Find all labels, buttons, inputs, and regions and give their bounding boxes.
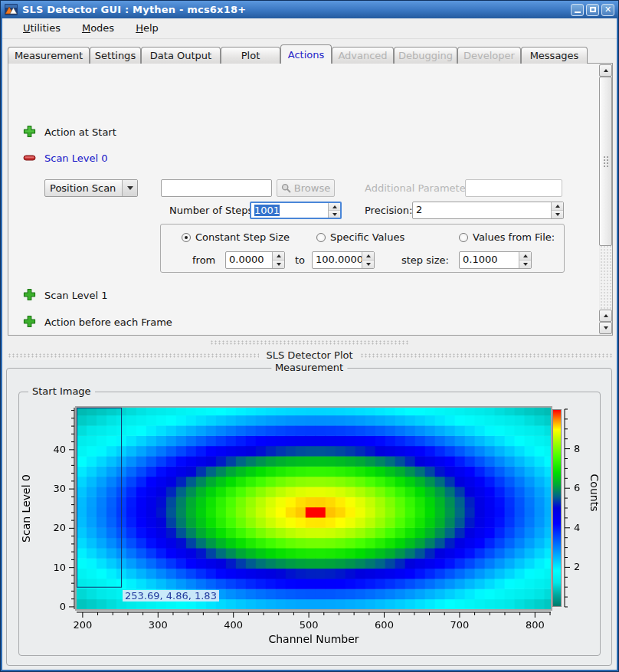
- svg-text:10: 10: [53, 562, 66, 573]
- number-of-steps-value: 1001: [254, 205, 280, 216]
- step-size-spinbox[interactable]: 0.1000: [459, 251, 532, 269]
- expand-plus-icon[interactable]: [23, 315, 36, 328]
- scroll-up-button[interactable]: [599, 64, 612, 77]
- scroll-down-button[interactable]: [599, 322, 612, 334]
- number-of-steps-spinbox[interactable]: 1001: [250, 202, 342, 219]
- svg-text:20: 20: [53, 522, 66, 533]
- from-spinbox[interactable]: 0.0000: [225, 251, 285, 269]
- spin-arrows[interactable]: [551, 202, 563, 218]
- actions-panel: Action at Start Scan Level 0 Position Sc…: [8, 63, 613, 336]
- tab-data-output[interactable]: Data Output: [141, 47, 221, 64]
- combo-dropdown-arrow[interactable]: [122, 180, 137, 196]
- svg-text:40: 40: [53, 444, 66, 455]
- splitter-handle[interactable]: [210, 340, 409, 345]
- cursor-position-readout: 253.69, 4.86, 1.83: [123, 590, 219, 602]
- spin-arrows[interactable]: [272, 252, 284, 268]
- scan-mode-combobox[interactable]: Position Scan: [44, 179, 138, 197]
- svg-text:8: 8: [574, 443, 580, 454]
- number-of-steps-label: Number of Steps:: [169, 205, 257, 216]
- from-label: from: [192, 254, 215, 266]
- action-before-each-frame-label[interactable]: Action before each Frame: [44, 316, 172, 328]
- to-value: 100.0000: [313, 252, 362, 268]
- scan-level-1-label[interactable]: Scan Level 1: [44, 290, 107, 301]
- plot-dock-title: SLS Detector Plot: [266, 349, 352, 361]
- values-from-file-radio[interactable]: [459, 233, 468, 242]
- tab-actions[interactable]: Actions: [280, 44, 332, 64]
- application-window: SLS Detector GUI : Mythen - mcs6x18+ ✕ U…: [0, 0, 619, 672]
- menu-modes[interactable]: Modes: [74, 20, 122, 37]
- scan-script-input[interactable]: [161, 179, 272, 197]
- precision-spinbox[interactable]: 2: [412, 202, 564, 219]
- window-title: SLS Detector GUI : Mythen - mcs6x18+: [22, 4, 568, 15]
- spin-down-icon[interactable]: [273, 261, 284, 268]
- spin-down-icon[interactable]: [362, 261, 374, 268]
- svg-text:6: 6: [574, 482, 580, 493]
- window-content: Utilities Modes Help Measurement Setting…: [2, 18, 617, 670]
- tab-developer: Developer: [457, 47, 521, 64]
- menu-help[interactable]: Help: [128, 20, 166, 37]
- tab-advanced: Advanced: [332, 47, 394, 64]
- vertical-scrollbar[interactable]: [599, 64, 612, 335]
- values-from-file-label[interactable]: Values from File:: [473, 231, 555, 243]
- plot-section: Measurement Start Image 2003004005006007…: [2, 360, 617, 670]
- action-at-start-label[interactable]: Action at Start: [44, 126, 116, 138]
- tab-measurement[interactable]: Measurement: [8, 47, 90, 64]
- specific-values-radio[interactable]: [316, 233, 326, 242]
- measurement-group-title: Measurement: [271, 362, 347, 373]
- tab-plot[interactable]: Plot: [221, 47, 280, 64]
- specific-values-label[interactable]: Specific Values: [330, 231, 404, 243]
- title-bar[interactable]: SLS Detector GUI : Mythen - mcs6x18+ ✕: [1, 1, 618, 18]
- additional-parameter-label: Additional Parameter:: [365, 182, 473, 194]
- step-size-label: step size:: [401, 254, 449, 266]
- spin-up-icon[interactable]: [273, 252, 284, 261]
- spin-up-icon[interactable]: [329, 203, 340, 211]
- svg-text:300: 300: [149, 619, 168, 631]
- spin-down-icon[interactable]: [552, 211, 563, 218]
- constant-step-size-radio[interactable]: [182, 233, 191, 242]
- svg-text:Channel Number: Channel Number: [268, 633, 359, 645]
- step-mode-groupbox: Constant Step Size Specific Values Value…: [160, 224, 565, 273]
- spin-arrows[interactable]: [519, 252, 531, 268]
- close-icon: ✕: [604, 5, 611, 14]
- svg-text:Scan Level 0: Scan Level 0: [20, 474, 32, 543]
- svg-text:700: 700: [450, 619, 470, 631]
- minimize-button[interactable]: [571, 4, 584, 16]
- to-spinbox[interactable]: 100.0000: [312, 251, 375, 269]
- tab-settings[interactable]: Settings: [90, 47, 141, 64]
- spin-up-icon[interactable]: [519, 252, 531, 261]
- dock-title-texture-right: [360, 353, 613, 358]
- spin-arrows[interactable]: [328, 203, 340, 218]
- svg-text:4: 4: [574, 522, 580, 533]
- constant-step-size-label[interactable]: Constant Step Size: [195, 231, 290, 243]
- spin-down-icon[interactable]: [329, 211, 340, 218]
- scroll-up-button-2[interactable]: [599, 310, 612, 322]
- magnifier-icon: [281, 183, 291, 193]
- browse-label: Browse: [294, 182, 330, 194]
- scan-level-0-label[interactable]: Scan Level 0: [44, 152, 107, 164]
- spin-up-icon[interactable]: [552, 202, 563, 211]
- expand-plus-icon[interactable]: [23, 288, 36, 301]
- precision-value: 2: [413, 202, 551, 218]
- svg-text:30: 30: [53, 483, 66, 494]
- dock-title-texture-left: [8, 353, 259, 358]
- close-button[interactable]: ✕: [601, 4, 614, 16]
- svg-text:800: 800: [526, 619, 545, 631]
- to-label: to: [295, 254, 305, 266]
- scan-mode-value: Position Scan: [45, 180, 122, 196]
- chevron-down-icon: [127, 186, 133, 190]
- scrollbar-thumb[interactable]: [599, 77, 612, 246]
- minimize-icon: [575, 11, 581, 13]
- collapse-minus-icon[interactable]: [23, 153, 36, 162]
- maximize-icon: [590, 7, 596, 12]
- menu-utilities[interactable]: Utilities: [15, 20, 68, 37]
- tab-messages[interactable]: Messages: [521, 47, 588, 64]
- maximize-button[interactable]: [586, 4, 599, 16]
- tab-bar: Measurement Settings Data Output Plot Ac…: [8, 44, 588, 64]
- expand-plus-icon[interactable]: [23, 125, 36, 138]
- spin-arrows[interactable]: [362, 252, 374, 268]
- spin-up-icon[interactable]: [362, 252, 374, 261]
- spin-down-icon[interactable]: [519, 261, 531, 268]
- additional-parameter-input: [465, 179, 562, 197]
- svg-text:Counts: Counts: [588, 474, 601, 512]
- svg-text:200: 200: [73, 619, 92, 631]
